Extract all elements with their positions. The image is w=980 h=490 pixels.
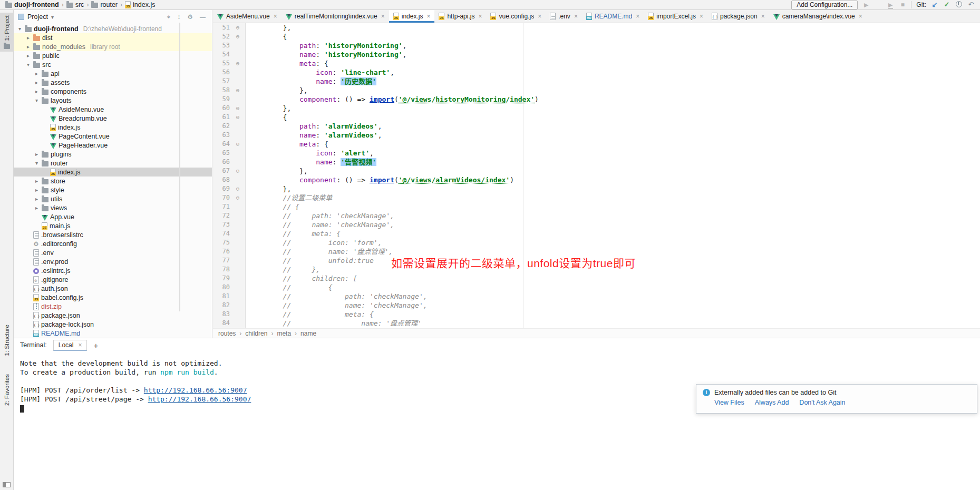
- chevron-right-icon[interactable]: [34, 71, 40, 76]
- tree-item[interactable]: .env: [14, 248, 212, 257]
- code-line[interactable]: 64 meta: {: [213, 140, 980, 149]
- close-icon[interactable]: [700, 13, 703, 20]
- tree-item[interactable]: style: [14, 185, 212, 194]
- close-icon[interactable]: [859, 13, 862, 20]
- code-line[interactable]: 72 // path: 'checkManage',: [213, 211, 980, 220]
- toolwindow-tab-structure[interactable]: 1: Structure: [0, 322, 13, 358]
- fold-icon[interactable]: [232, 86, 244, 95]
- tree-item[interactable]: router: [14, 159, 212, 168]
- editor-breadcrumb-item[interactable]: children: [245, 330, 267, 337]
- breadcrumb-item[interactable]: duoji-frontend: [5, 1, 59, 8]
- chevron-right-icon[interactable]: [34, 187, 40, 193]
- editor-tab[interactable]: vue.config.js: [486, 10, 546, 23]
- tree-item[interactable]: plugins: [14, 150, 212, 159]
- code-line[interactable]: 71 // {: [213, 202, 980, 211]
- tree-item[interactable]: index.js: [14, 123, 212, 132]
- select-opened-file-icon[interactable]: [167, 13, 170, 21]
- code-line[interactable]: 61 {: [213, 113, 980, 122]
- code-line[interactable]: 82 // name: 'checkManage',: [213, 301, 980, 310]
- chevron-right-icon[interactable]: [34, 205, 40, 211]
- code-line[interactable]: 65 icon: 'alert',: [213, 149, 980, 158]
- tree-item[interactable]: dist.zip: [14, 302, 212, 311]
- toolwindow-switcher-icon[interactable]: [3, 482, 11, 487]
- notification-action[interactable]: Don't Ask Again: [799, 399, 845, 406]
- code-line[interactable]: 67 },: [213, 166, 980, 175]
- tree-item[interactable]: .editorconfig: [14, 239, 212, 248]
- editor-tab[interactable]: http-api.js: [434, 10, 486, 23]
- notification-action[interactable]: Always Add: [755, 399, 789, 406]
- code-line[interactable]: 52 {: [213, 32, 980, 41]
- tree-item[interactable]: PageHeader.vue: [14, 141, 212, 150]
- tree-item[interactable]: duoji-frontendD:\zheheWeb\duoji-frontend: [14, 24, 212, 33]
- tree-item[interactable]: .eslintrc.js: [14, 266, 212, 275]
- code-line[interactable]: 84 // name: '盘点管理': [213, 319, 980, 328]
- hide-panel-icon[interactable]: [200, 13, 206, 21]
- gear-icon[interactable]: [187, 13, 193, 21]
- chevron-down-icon[interactable]: [51, 13, 54, 21]
- code-line[interactable]: 58 },: [213, 86, 980, 95]
- close-icon[interactable]: [478, 13, 482, 20]
- editor-tab[interactable]: cameraManage\index.vue: [769, 10, 867, 23]
- editor-tab[interactable]: realTimeMonitoring\index.vue: [282, 10, 389, 23]
- close-icon[interactable]: [761, 13, 765, 20]
- chevron-right-icon[interactable]: [25, 53, 31, 58]
- editor-breadcrumb-item[interactable]: routes: [218, 330, 236, 337]
- tree-item[interactable]: components: [14, 87, 212, 96]
- tree-item[interactable]: Breadcrumb.vue: [14, 114, 212, 123]
- close-icon[interactable]: [274, 13, 277, 20]
- terminal-link[interactable]: http://192.168.66.56:9007: [144, 386, 247, 394]
- git-history-icon[interactable]: [956, 1, 962, 7]
- code-line[interactable]: 57 name: '历史数据': [213, 77, 980, 86]
- editor-breadcrumb-item[interactable]: meta: [277, 330, 291, 337]
- git-rollback-icon[interactable]: [967, 1, 975, 8]
- close-icon[interactable]: [381, 13, 385, 20]
- code-editor[interactable]: 51 },52 {53 path: 'historyMonitoring',54…: [213, 23, 980, 328]
- tree-item[interactable]: .gitignore: [14, 275, 212, 284]
- tree-item[interactable]: utils: [14, 194, 212, 203]
- tree-item[interactable]: AsideMenu.vue: [14, 105, 212, 114]
- tree-item[interactable]: README.md: [14, 329, 212, 338]
- editor-tab[interactable]: .env: [546, 10, 582, 23]
- tree-item[interactable]: api: [14, 69, 212, 78]
- terminal-tab-local[interactable]: Local: [53, 340, 88, 351]
- tree-item[interactable]: assets: [14, 78, 212, 87]
- editor-tab[interactable]: index.js: [389, 10, 435, 23]
- code-line[interactable]: 55 meta: {: [213, 59, 980, 68]
- code-line[interactable]: 59 component: () => import('@/views/hist…: [213, 95, 980, 104]
- breadcrumb-item[interactable]: src: [66, 1, 84, 8]
- toolwindow-tab-project[interactable]: 1: Project: [0, 13, 13, 52]
- chevron-down-icon[interactable]: [34, 97, 40, 103]
- breadcrumb-item[interactable]: index.js: [125, 1, 155, 8]
- fold-icon[interactable]: [232, 23, 244, 32]
- tree-item[interactable]: node_moduleslibrary root: [14, 42, 212, 51]
- git-commit-icon[interactable]: [943, 1, 950, 8]
- code-line[interactable]: 53 path: 'historyMonitoring',: [213, 41, 980, 50]
- tree-item[interactable]: dist: [14, 33, 212, 42]
- close-icon[interactable]: [574, 13, 578, 20]
- tree-item[interactable]: src: [14, 60, 212, 69]
- code-line[interactable]: 54 name: 'historyMonitoring',: [213, 50, 980, 59]
- chevron-down-icon[interactable]: [34, 160, 40, 166]
- close-icon[interactable]: [538, 13, 541, 20]
- chevron-right-icon[interactable]: [25, 44, 31, 50]
- tree-item[interactable]: views: [14, 203, 212, 212]
- run-icon[interactable]: [862, 1, 870, 8]
- code-line[interactable]: 80 // {: [213, 283, 980, 292]
- tree-scrollbar[interactable]: [179, 23, 180, 311]
- code-line[interactable]: 62 path: 'alarmVideos',: [213, 122, 980, 131]
- code-line[interactable]: 56 icon: 'line-chart',: [213, 68, 980, 77]
- code-line[interactable]: 73 // name: 'checkManage',: [213, 220, 980, 229]
- tree-item[interactable]: public: [14, 51, 212, 60]
- chevron-down-icon[interactable]: [17, 26, 23, 32]
- editor-tab[interactable]: package.json: [707, 10, 769, 23]
- tree-item[interactable]: store: [14, 177, 212, 185]
- close-icon[interactable]: [636, 13, 639, 20]
- tree-item[interactable]: babel.config.js: [14, 293, 212, 302]
- fold-icon[interactable]: [232, 140, 244, 149]
- fold-icon[interactable]: [232, 193, 244, 202]
- editor-tab[interactable]: AsideMenu.vue: [213, 10, 282, 23]
- toolwindow-tab-favorites[interactable]: 2: Favorites: [0, 371, 13, 408]
- code-line[interactable]: 81 // path: 'checkManage',: [213, 292, 980, 301]
- git-update-icon[interactable]: [931, 1, 938, 8]
- editor-tab[interactable]: README.md: [582, 10, 644, 23]
